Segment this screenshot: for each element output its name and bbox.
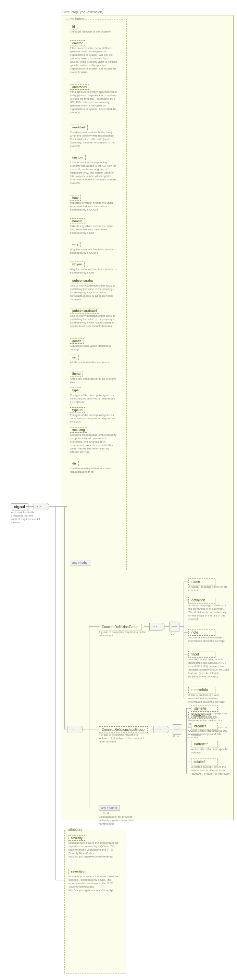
group-rel-label: ConceptRelationshipsGroup	[102, 728, 145, 732]
leaf-desc-definition: A natural language definition of the sem…	[188, 604, 229, 621]
attr-howuri: howuriIndicates by which means the value…	[70, 218, 121, 235]
attr-literal: literalA free-text value assigned as pro…	[70, 371, 121, 384]
attr-desc-pubconstrainturi: One or many constraints that apply to pu…	[70, 314, 118, 328]
leaf-narrower[interactable]: narrower	[191, 741, 218, 747]
attr-uri: uriA URI which identifies a concept.	[70, 355, 121, 364]
attributes-label: attributes	[68, 17, 84, 21]
sequence-compositor-def	[150, 623, 165, 630]
attr-desc-id: The local identifier of the property.	[70, 30, 118, 33]
any-other-ext-occurs: 0..∞	[103, 811, 109, 815]
leaf-desc-facet: In NAR 1.8 and later, facet is deprecate…	[188, 658, 229, 678]
attr-label-modified: modified	[70, 125, 87, 130]
attr-desc-how: Indicates by which means the value was e…	[70, 201, 118, 212]
leaf-desc-note: Additional natural language information …	[188, 636, 229, 643]
choice-def-occurs: 0..∞	[170, 632, 176, 635]
attr-desc-dir: The directionality of textual content (e…	[70, 467, 118, 474]
attr-label-creator: creator	[70, 40, 85, 46]
any-other-ext: any ##other	[99, 805, 120, 811]
choice-rel-occurs: 0..∞	[173, 735, 179, 738]
attr-why: whyWhy the metadata has been included - …	[70, 242, 121, 255]
bottom-attr-label-severityuri: severityuri	[68, 869, 89, 874]
bottom-attributes-label: attributes	[67, 828, 83, 832]
bottom-attr-label-severity: severity	[68, 835, 85, 841]
attr-desc-pubconstraint: One or many constraints that apply to pu…	[70, 284, 118, 301]
leaf-desc-broader: An identifier of a more generic concept.	[191, 730, 232, 737]
bottom-attr-desc-severity: Indicates how severe the impact from the…	[68, 842, 120, 859]
attr-desc-howuri: Indicates by which means the value was e…	[70, 224, 118, 235]
attr-label-xml:lang: xml:lang	[70, 427, 87, 433]
attr-xml:lang: xml:langSpecifies the language of this p…	[70, 427, 121, 454]
attr-pubconstrainturi: pubconstrainturiOne or many constraints …	[70, 308, 121, 328]
attr-creatoruri: creatoruriIf the attribute is empty, spe…	[70, 84, 121, 115]
leaf-name[interactable]: name	[188, 579, 215, 585]
leaf-sameAs[interactable]: sameAs	[191, 705, 218, 712]
attr-label-pubconstrainturi: pubconstrainturi	[70, 308, 99, 313]
attr-label-literal: literal	[70, 371, 83, 377]
attr-creator: creatorIf the property value is not defi…	[70, 40, 121, 74]
extension-title: Flex1PropType (extension)	[62, 10, 103, 14]
attr-dir: dirThe directionality of textual content…	[70, 461, 121, 474]
root-label: signal	[14, 504, 25, 509]
attr-whyuri: whyuriWhy the metadata has been included…	[70, 261, 121, 275]
attr-id: idThe local identifier of the property.	[70, 24, 121, 33]
leaf-facet[interactable]: facet	[188, 651, 215, 657]
leaf-desc-sameAs: An identifier of a concept with equivale…	[191, 712, 232, 719]
attr-label-creatoruri: creatoruri	[70, 84, 89, 90]
leaf-desc-narrower: An identifier of a more specific concept…	[191, 748, 232, 754]
group-concept-relationships[interactable]: ConceptRelationshipsGroup	[99, 726, 148, 733]
attr-label-whyuri: whyuri	[70, 261, 84, 267]
attr-desc-whyuri: Why the metadata has been included - exp…	[70, 268, 118, 275]
leaf-desc-related: A related concept, where the relationshi…	[191, 765, 232, 776]
attr-modified: modifiedThe date (and, optionally, the t…	[70, 125, 121, 148]
leaf-definition[interactable]: definition	[188, 597, 215, 603]
attr-desc-uri: A URI which identifies a concept.	[70, 361, 118, 364]
group-concept-definition[interactable]: ConceptDefinitionGroup	[99, 624, 142, 630]
attr-desc-typeuri: The type of the concept assigned as cont…	[70, 414, 118, 424]
attr-typeuri: typeuriThe type of the concept assigned …	[70, 407, 121, 424]
leaf-related[interactable]: related	[191, 759, 218, 765]
leaf-note[interactable]: note	[188, 629, 215, 636]
bottom-attr-severityuri: severityuriIndicates how severe the impa…	[68, 869, 120, 892]
attr-label-pubconstraint: pubconstraint	[70, 278, 95, 283]
attr-desc-xml:lang: Specifies the language of this property …	[70, 433, 118, 454]
attr-desc-creatoruri: If the attribute is empty, specifies whi…	[70, 91, 118, 115]
attr-desc-custom: If set to true the corresponding propert…	[70, 161, 118, 185]
bottom-attr-desc-severityuri: Indicates how severe the impact from the…	[68, 875, 120, 892]
attr-label-custom: custom	[70, 155, 86, 160]
attr-label-qcode: qcode	[70, 338, 84, 344]
attr-label-howuri: howuri	[70, 218, 85, 224]
leaf-remoteInfo[interactable]: remoteInfo	[188, 687, 215, 693]
bottom-attr-severity: severityIndicates how severe the impact …	[68, 835, 120, 859]
group-def-desc: A group of properties required to define…	[99, 630, 146, 637]
any-other-attr-label: any ##other	[72, 561, 89, 565]
sequence-compositor-rel	[153, 725, 169, 733]
any-other-ext-desc: Extension point for provider-defined pro…	[99, 815, 140, 826]
attr-desc-literal: A free-text value assigned as property v…	[70, 377, 118, 384]
sequence-compositor-ext	[67, 725, 83, 733]
any-other-attributes: any ##other	[70, 560, 91, 565]
attr-desc-modified: The date (and, optionally, the time) whe…	[70, 131, 118, 148]
any-other-ext-label: any ##other	[101, 806, 118, 810]
attr-how: howIndicates by which means the value wa…	[70, 195, 121, 212]
root-desc: An instruction to the processor that the…	[11, 511, 42, 524]
attr-label-why: why	[70, 242, 81, 247]
root-element-signal[interactable]: signal	[11, 503, 28, 510]
leaf-desc-remoteInfo: A link to an item or a web resource whic…	[188, 694, 229, 704]
attr-label-id: id	[70, 24, 77, 29]
leaf-broader[interactable]: broader	[191, 723, 218, 729]
attr-custom: customIf set to true the corresponding p…	[70, 155, 121, 185]
group-rel-desc: A group of properties required to indica…	[99, 733, 146, 743]
sequence-compositor-root	[33, 503, 49, 511]
attr-desc-why: Why the metadata has been included - exp…	[70, 248, 118, 255]
attr-label-uri: uri	[70, 355, 79, 360]
group-def-label: ConceptDefinitionGroup	[102, 625, 138, 629]
attr-desc-creator: If the property value is not defined, sp…	[70, 46, 118, 74]
attr-label-dir: dir	[70, 461, 79, 466]
attr-label-how: how	[70, 195, 81, 200]
attr-pubconstraint: pubconstraintOne or many constraints tha…	[70, 278, 121, 301]
choice-compositor-def	[169, 622, 180, 632]
attr-desc-type: The type of the concept assigned as cont…	[70, 394, 118, 404]
leaf-desc-name: A natural language name for the concept.	[188, 585, 229, 592]
attr-label-typeuri: typeuri	[70, 407, 85, 413]
choice-compositor-rel	[172, 724, 182, 735]
